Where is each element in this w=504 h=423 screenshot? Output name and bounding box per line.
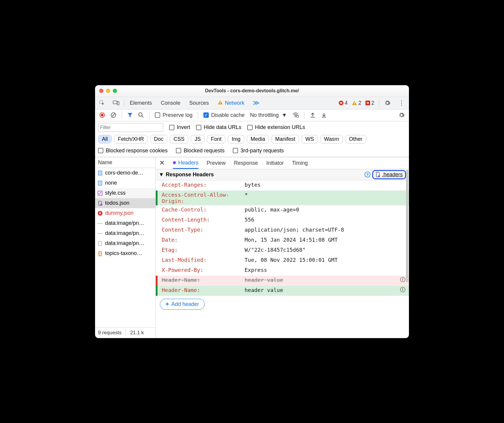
header-row[interactable]: Cache-Control:public, max-age=0 bbox=[156, 205, 409, 215]
tab-elements[interactable]: Elements bbox=[129, 99, 153, 107]
list-item[interactable]: dummy.json bbox=[95, 208, 155, 218]
third-party-label: 3rd-party requests bbox=[240, 148, 284, 154]
list-item[interactable]: style.css bbox=[95, 188, 155, 198]
more-tabs-icon[interactable]: ≫ bbox=[253, 99, 259, 107]
search-icon[interactable] bbox=[138, 112, 144, 118]
issue-badges: 4 2 2 bbox=[339, 100, 374, 106]
blocked-cookies-label: Blocked response cookies bbox=[106, 148, 168, 154]
list-item-label: data:image/pn… bbox=[105, 230, 144, 236]
tab-timing[interactable]: Timing bbox=[292, 157, 308, 169]
panel-settings-icon[interactable] bbox=[398, 112, 405, 118]
pill-font[interactable]: Font bbox=[207, 135, 225, 143]
kebab-menu-icon[interactable]: ⋮ bbox=[398, 99, 405, 107]
help-icon[interactable]: ? bbox=[365, 172, 370, 177]
record-button[interactable] bbox=[99, 112, 105, 118]
tab-sources[interactable]: Sources bbox=[189, 99, 209, 107]
minimize-button[interactable] bbox=[106, 89, 110, 93]
response-headers-section[interactable]: ▼ Response Headers ? .headers bbox=[156, 169, 409, 180]
pill-media[interactable]: Media bbox=[247, 135, 269, 143]
pill-css[interactable]: CSS bbox=[170, 135, 188, 143]
pill-all[interactable]: All bbox=[98, 135, 112, 143]
hide-data-urls-checkbox[interactable]: Hide data URLs bbox=[196, 124, 241, 130]
info-icon[interactable] bbox=[400, 287, 405, 292]
throttling-select[interactable]: No throttling ▼ bbox=[250, 112, 287, 118]
svg-rect-6 bbox=[354, 102, 355, 104]
pill-ws[interactable]: WS bbox=[301, 135, 318, 143]
maximize-button[interactable] bbox=[113, 89, 117, 93]
tab-initiator[interactable]: Initiator bbox=[266, 157, 284, 169]
scrollbar-thumb[interactable] bbox=[406, 170, 408, 282]
header-row[interactable]: Accept-Ranges:bytes bbox=[156, 180, 409, 190]
disable-cache-checkbox[interactable]: Disable cache bbox=[203, 112, 245, 118]
list-item[interactable]: {}topics-taxono… bbox=[95, 248, 155, 259]
type-filter-pills: All Fetch/XHR Doc CSS JS Font Img Media … bbox=[98, 135, 406, 143]
stylesheet-icon bbox=[97, 191, 103, 196]
info-icon[interactable] bbox=[400, 277, 405, 282]
header-row[interactable]: Header-Name:header value bbox=[156, 286, 409, 296]
tab-response[interactable]: Response bbox=[234, 157, 258, 169]
device-toggle-icon[interactable] bbox=[113, 100, 119, 106]
pill-img[interactable]: Img bbox=[228, 135, 244, 143]
network-conditions-icon[interactable] bbox=[292, 112, 299, 118]
blocked-requests-checkbox[interactable]: Blocked requests bbox=[176, 148, 224, 154]
header-key: Last-Modified: bbox=[162, 257, 245, 263]
third-party-checkbox[interactable]: 3rd-party requests bbox=[233, 148, 284, 154]
pill-fetch-xhr[interactable]: Fetch/XHR bbox=[114, 135, 148, 143]
list-item[interactable]: —data:image/pn… bbox=[95, 218, 155, 228]
file-override-icon bbox=[97, 201, 103, 206]
disable-cache-label: Disable cache bbox=[211, 112, 245, 118]
header-row[interactable]: Date:Mon, 15 Jan 2024 14:51:08 GMT bbox=[156, 235, 409, 246]
preserve-log-checkbox[interactable]: Preserve log bbox=[155, 112, 192, 118]
list-item-label: dummy.json bbox=[105, 210, 134, 216]
upload-har-icon[interactable] bbox=[310, 112, 316, 118]
list-item-label: topics-taxono… bbox=[105, 250, 142, 256]
hide-extension-urls-checkbox[interactable]: Hide extension URLs bbox=[247, 124, 305, 130]
header-row[interactable]: Access-Control-Allow-Origin:* bbox=[156, 190, 409, 205]
header-row[interactable]: X-Powered-By:Express bbox=[156, 266, 409, 276]
header-row[interactable]: Content-Type:application/json; charset=U… bbox=[156, 225, 409, 235]
pill-manifest[interactable]: Manifest bbox=[271, 135, 299, 143]
request-count: 9 requests bbox=[98, 330, 121, 336]
invert-checkbox[interactable]: Invert bbox=[169, 124, 190, 130]
list-item[interactable]: todos.json bbox=[95, 198, 155, 208]
header-key: Etag: bbox=[162, 247, 245, 253]
pill-js[interactable]: JS bbox=[191, 135, 205, 143]
svg-rect-4 bbox=[220, 103, 221, 104]
header-row[interactable]: Header-Name:header value bbox=[156, 276, 409, 286]
pill-other[interactable]: Other bbox=[345, 135, 366, 143]
override-dot-icon bbox=[173, 161, 176, 164]
collapse-triangle-icon: ▼ bbox=[159, 172, 164, 178]
file-override-icon bbox=[375, 172, 380, 177]
issue-count[interactable]: 2 bbox=[365, 100, 374, 106]
download-har-icon[interactable] bbox=[321, 112, 327, 118]
error-count[interactable]: 4 bbox=[339, 100, 348, 106]
list-item[interactable]: data:image/pn… bbox=[95, 238, 155, 248]
add-header-button[interactable]: +Add header bbox=[160, 299, 205, 310]
list-item[interactable]: cors-demo-de… bbox=[95, 168, 155, 178]
filter-input[interactable] bbox=[98, 123, 163, 132]
traffic-lights bbox=[99, 89, 117, 93]
header-row[interactable]: Etag:W/"22c-18457c15d68" bbox=[156, 246, 409, 256]
filter-icon[interactable] bbox=[127, 112, 133, 118]
inspect-icon[interactable] bbox=[99, 100, 105, 106]
warning-count[interactable]: 2 bbox=[352, 100, 361, 106]
list-item[interactable]: none bbox=[95, 178, 155, 188]
headers-override-link[interactable]: .headers bbox=[372, 170, 406, 179]
settings-icon[interactable] bbox=[384, 100, 391, 106]
blocked-cookies-checkbox[interactable]: Blocked response cookies bbox=[98, 148, 168, 154]
tab-network[interactable]: Network bbox=[217, 99, 245, 107]
header-row[interactable]: Last-Modified:Tue, 08 Nov 2022 15:00:01 … bbox=[156, 256, 409, 266]
tab-preview[interactable]: Preview bbox=[207, 157, 226, 169]
name-column-header[interactable]: Name bbox=[95, 157, 155, 168]
clear-button[interactable] bbox=[110, 112, 116, 118]
pill-wasm[interactable]: Wasm bbox=[320, 135, 343, 143]
close-detail-icon[interactable]: ✕ bbox=[159, 159, 165, 167]
pill-doc[interactable]: Doc bbox=[150, 135, 167, 143]
tab-headers[interactable]: Headers bbox=[173, 157, 198, 169]
add-header-label: Add header bbox=[171, 301, 199, 307]
list-item[interactable]: —data:image/pn… bbox=[95, 228, 155, 238]
tab-console[interactable]: Console bbox=[160, 99, 181, 107]
header-value: bytes bbox=[245, 182, 405, 188]
close-button[interactable] bbox=[99, 89, 103, 93]
header-row[interactable]: Content-Length:556 bbox=[156, 215, 409, 225]
